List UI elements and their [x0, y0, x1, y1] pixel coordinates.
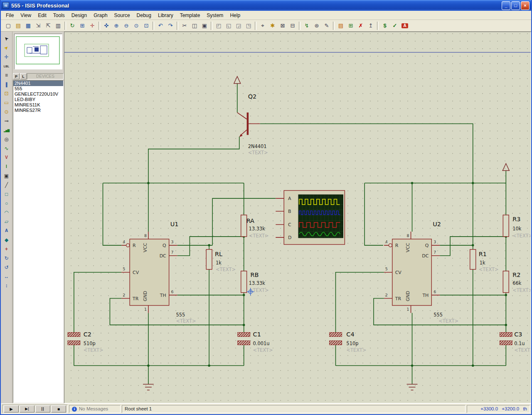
zoom-all-icon[interactable]: ⊙ — [131, 21, 141, 30]
menu-item[interactable]: Design — [68, 11, 90, 20]
step-button[interactable]: ▶| — [20, 405, 34, 413]
schematic-canvas[interactable]: Q2 2N4401 <TEXT> R CV TR Q DC TH VCC GN — [64, 32, 531, 403]
bus-mode-icon[interactable]: ∥ — [2, 80, 12, 89]
device-list-item[interactable]: 2N4401 — [13, 81, 63, 86]
component-mode-icon[interactable]: ➤ — [2, 43, 12, 52]
goto-sheet-icon[interactable]: ↥ — [366, 21, 376, 30]
menu-item[interactable]: Library — [155, 11, 177, 20]
minimize-button[interactable]: _ — [502, 1, 510, 10]
component-r1[interactable]: R1 1k <TEXT> — [470, 249, 499, 272]
component-c1[interactable]: C1 0.001u <TEXT> — [238, 331, 273, 353]
component-u1[interactable]: R CV TR Q DC TH VCC GND 4 5 2 3 7 6 8 1 — [121, 221, 196, 324]
search-tag-icon[interactable]: ⊛ — [312, 21, 322, 30]
decompose-icon[interactable]: ⊟ — [288, 21, 298, 30]
generator-mode-icon[interactable]: ∿ — [2, 144, 12, 153]
property-tool-icon[interactable]: ✎ — [322, 21, 332, 30]
junction-mode-icon[interactable]: ✛ — [2, 52, 12, 62]
device-list-item[interactable]: GENELECT220U10V — [13, 91, 63, 97]
current-probe-icon[interactable]: I — [2, 162, 12, 171]
zoom-area-icon[interactable]: ⊡ — [141, 21, 151, 30]
menu-item[interactable]: Edit — [34, 11, 50, 20]
component-c3[interactable]: C3 0.1u <TEXT> — [500, 331, 531, 353]
block-copy-icon[interactable]: ◰ — [214, 21, 224, 30]
line-2d-icon[interactable]: ╱ — [2, 180, 12, 190]
pick-parts-icon[interactable]: ⌖ — [258, 21, 268, 30]
component-u2[interactable]: R CV TR Q DC TH VCC GND 4 5 2 3 7 6 8 1 — [384, 221, 458, 324]
component-ra[interactable]: RA 13.33k <TEXT> — [241, 215, 269, 239]
new-sheet-icon[interactable]: ⊞ — [346, 21, 356, 30]
component-c2[interactable]: C2 510p <TEXT> — [68, 331, 103, 353]
component-r3[interactable]: R3 10k <TEXT> — [503, 215, 531, 239]
device-list-item[interactable]: LED-BIBY — [13, 97, 63, 102]
tape-mode-icon[interactable]: ◎ — [2, 135, 12, 144]
selection-mode-icon[interactable]: ➤ — [2, 34, 12, 43]
block-move-icon[interactable]: ◱ — [224, 21, 234, 30]
menu-item[interactable]: Source — [111, 11, 133, 20]
ground-terminal[interactable] — [143, 384, 417, 390]
component-r2[interactable]: R2 66k <TEXT> — [503, 271, 531, 293]
arc-2d-icon[interactable]: ◠ — [2, 208, 12, 217]
menu-item[interactable]: Tools — [50, 11, 68, 20]
menu-item[interactable]: Template — [177, 11, 204, 20]
wire-label-mode-icon[interactable]: LBL — [2, 62, 12, 71]
block-rotate-icon[interactable]: ◲ — [234, 21, 244, 30]
script-mode-icon[interactable]: ≡ — [2, 71, 12, 80]
pause-button[interactable]: || — [35, 405, 50, 413]
device-list-item[interactable]: MINRES27R — [13, 108, 63, 113]
bill-of-materials-icon[interactable]: $ — [380, 21, 390, 30]
copy-icon[interactable]: ◫ — [190, 21, 200, 30]
rotate-cw-icon[interactable]: ↻ — [2, 254, 12, 263]
cut-icon[interactable]: ✂ — [180, 21, 190, 30]
box-2d-icon[interactable]: □ — [2, 190, 12, 199]
redo-icon[interactable]: ↷ — [165, 21, 175, 30]
overview-minimap[interactable] — [14, 34, 62, 69]
menu-item[interactable]: View — [17, 11, 34, 20]
rotate-ccw-icon[interactable]: ↺ — [2, 263, 12, 272]
path-2d-icon[interactable]: ▱ — [2, 217, 12, 226]
pin-mode-icon[interactable]: ⊸ — [2, 116, 12, 126]
paste-icon[interactable]: ▣ — [200, 21, 209, 30]
packaging-icon[interactable]: ⊠ — [278, 21, 288, 30]
remove-sheet-icon[interactable]: ✗ — [356, 21, 366, 30]
autorouter-icon[interactable]: ↯ — [302, 21, 312, 30]
electrical-check-icon[interactable]: ✓ — [390, 21, 400, 30]
new-file-icon[interactable]: ▢ — [3, 21, 13, 30]
terminal-mode-icon[interactable]: ⊙ — [2, 107, 12, 116]
subcircuit-mode-icon[interactable]: ⊡ — [2, 89, 12, 98]
device-list-item[interactable]: MINRES11K — [13, 102, 63, 108]
instrument-mode-icon[interactable]: ▣ — [2, 171, 12, 180]
component-c4[interactable]: C4 510p <TEXT> — [330, 331, 367, 353]
zoom-in-icon[interactable]: ⊕ — [111, 21, 121, 30]
make-device-icon[interactable]: ✱ — [268, 21, 278, 30]
device-list-item[interactable]: 555 — [13, 86, 63, 91]
pan-icon[interactable]: ✜ — [101, 21, 111, 30]
library-manager-button[interactable]: L — [20, 73, 27, 79]
menu-item[interactable]: System — [203, 11, 227, 20]
menu-item[interactable]: File — [2, 11, 17, 20]
menu-item[interactable]: Graph — [90, 11, 111, 20]
voltage-probe-icon[interactable]: V — [2, 153, 12, 162]
device-mode-icon[interactable]: ▭ — [2, 98, 12, 107]
marker-2d-icon[interactable]: + — [2, 245, 12, 254]
symbol-2d-icon[interactable]: ◆ — [2, 235, 12, 245]
pick-devices-button[interactable]: P — [13, 73, 20, 79]
close-button[interactable]: × — [521, 1, 530, 10]
graph-mode-icon[interactable]: ▂▅▇ — [2, 126, 12, 135]
stop-button[interactable]: ■ — [51, 405, 66, 413]
component-oscilloscope[interactable]: A B C D — [276, 190, 345, 245]
schematic[interactable]: Q2 2N4401 <TEXT> R CV TR Q DC TH VCC GN — [64, 32, 531, 403]
grid-toggle-icon[interactable]: ⊞ — [77, 21, 87, 30]
maximize-button[interactable]: □ — [511, 1, 520, 10]
play-button[interactable]: ▶ — [4, 405, 19, 413]
menu-item[interactable]: Help — [227, 11, 244, 20]
origin-icon[interactable]: ✛ — [87, 21, 97, 30]
mirror-x-icon[interactable]: ↔ — [2, 272, 12, 281]
text-2d-icon[interactable]: A — [2, 226, 12, 235]
print-icon[interactable]: ▥ — [53, 21, 63, 30]
component-rb[interactable]: RB 13.33k <TEXT> — [241, 271, 269, 293]
mirror-y-icon[interactable]: ↕ — [2, 281, 12, 290]
component-rl[interactable]: RL 1k <TEXT> — [206, 249, 236, 272]
open-file-icon[interactable]: ▤ — [13, 21, 23, 30]
import-section-icon[interactable]: ⇲ — [33, 21, 43, 30]
netlist-ares-icon[interactable]: A — [400, 21, 410, 30]
